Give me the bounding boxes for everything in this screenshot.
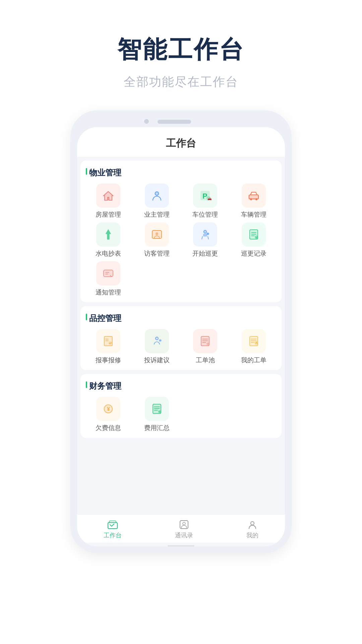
menu-workorder-pool[interactable]: 工单池 [183, 329, 228, 365]
svg-point-63 [251, 522, 254, 525]
phone-camera [144, 119, 149, 124]
nav-contacts-label: 通讯录 [175, 531, 193, 539]
workorder-pool-label: 工单池 [196, 356, 215, 365]
owner-label: 业主管理 [144, 210, 170, 219]
nav-mine-label: 我的 [246, 531, 258, 539]
menu-report[interactable]: 报事报修 [86, 329, 131, 365]
phone-screen: 工作台 物业管理 房屋管理 [77, 127, 285, 546]
meter-icon-box [96, 222, 120, 247]
nav-divider [168, 545, 194, 546]
mine-nav-icon [247, 519, 258, 530]
menu-house[interactable]: 房屋管理 [86, 183, 131, 219]
menu-my-workorder[interactable]: 我的工单 [231, 329, 277, 365]
notice-label: 通知管理 [96, 288, 121, 297]
bottom-nav: 工作台 通讯录 我的 [77, 514, 285, 543]
house-icon-box [96, 183, 120, 208]
svg-text:¥: ¥ [107, 406, 110, 412]
report-label: 报事报修 [96, 356, 121, 365]
parking-icon-box: P 🚗 [193, 183, 217, 208]
patrol-rec-icon-box: ¥ [242, 222, 266, 247]
nav-workbench-label: 工作台 [104, 531, 122, 539]
patrol-start-label: 开始巡更 [192, 249, 218, 258]
menu-visitor[interactable]: 访客管理 [134, 222, 180, 258]
svg-point-10 [255, 198, 257, 200]
house-label: 房屋管理 [96, 210, 121, 219]
car-label: 车辆管理 [241, 210, 266, 219]
contacts-nav-icon [179, 519, 189, 530]
menu-meter[interactable]: 水电抄表 [86, 222, 131, 258]
menu-fee[interactable]: 0 费用汇总 [134, 397, 180, 432]
complaint-label: 投诉建议 [144, 356, 170, 365]
section-property: 物业管理 房屋管理 [80, 161, 282, 302]
quality-grid: 报事报修 投诉建议 [86, 329, 276, 365]
menu-notice[interactable]: 通知管理 [86, 261, 131, 297]
screen-body: 物业管理 房屋管理 [77, 157, 285, 514]
section-title-property: 物业管理 [86, 167, 276, 178]
svg-point-49 [256, 342, 257, 343]
visitor-label: 访客管理 [144, 249, 170, 258]
my-workorder-label: 我的工单 [241, 356, 266, 365]
svg-point-9 [250, 198, 252, 200]
workorder-pool-icon-box [193, 329, 217, 353]
phone-speaker [158, 120, 191, 124]
svg-text:🚗: 🚗 [207, 196, 212, 201]
menu-owner[interactable]: 业主管理 [134, 183, 180, 219]
car-icon-box [242, 183, 266, 208]
meter-label: 水电抄表 [96, 249, 121, 258]
menu-debt[interactable]: ¥ 欠费信息 [86, 397, 131, 432]
nav-contacts[interactable]: 通讯录 [175, 519, 193, 539]
section-title-quality: 品控管理 [86, 313, 276, 324]
svg-point-13 [156, 232, 158, 235]
page-subtitle: 全部功能尽在工作台 [124, 74, 238, 90]
page-title: 智能工作台 [117, 34, 245, 66]
svg-text:0: 0 [159, 411, 160, 414]
fee-icon-box: 0 [145, 397, 169, 421]
menu-patrol-start[interactable]: 开始巡更 [183, 222, 228, 258]
section-finance: 财务管理 ¥ 欠费信息 [80, 374, 282, 438]
svg-point-42 [206, 342, 209, 345]
menu-car[interactable]: 车辆管理 [231, 183, 277, 219]
property-grid: 房屋管理 业主管理 [86, 183, 276, 297]
workbench-nav-icon [107, 519, 118, 530]
complaint-icon-box [145, 329, 169, 353]
menu-complaint[interactable]: 投诉建议 [134, 329, 180, 365]
section-quality: 品控管理 报事报修 [80, 306, 282, 370]
svg-rect-25 [104, 270, 113, 277]
visitor-icon-box [145, 222, 169, 247]
finance-grid: ¥ 欠费信息 [86, 397, 276, 432]
my-workorder-icon-box [242, 329, 266, 353]
report-icon-box [96, 329, 120, 353]
debt-icon-box: ¥ [96, 397, 120, 421]
menu-parking[interactable]: P 🚗 车位管理 [183, 183, 228, 219]
svg-point-62 [183, 522, 185, 525]
phone-mockup: 工作台 物业管理 房屋管理 [70, 110, 292, 553]
nav-mine[interactable]: 我的 [246, 519, 258, 539]
svg-rect-0 [107, 197, 109, 200]
patrol-start-icon-box [193, 222, 217, 247]
menu-patrol-rec[interactable]: ¥ 巡更记录 [231, 222, 277, 258]
nav-workbench[interactable]: 工作台 [104, 519, 122, 539]
fee-label: 费用汇总 [144, 424, 170, 432]
svg-text:¥: ¥ [255, 236, 257, 239]
debt-label: 欠费信息 [96, 424, 121, 432]
parking-label: 车位管理 [192, 210, 218, 219]
notice-icon-box [96, 261, 120, 285]
patrol-rec-label: 巡更记录 [241, 249, 266, 258]
owner-icon-box [145, 183, 169, 208]
screen-header: 工作台 [77, 127, 285, 157]
section-title-finance: 财务管理 [86, 381, 276, 391]
